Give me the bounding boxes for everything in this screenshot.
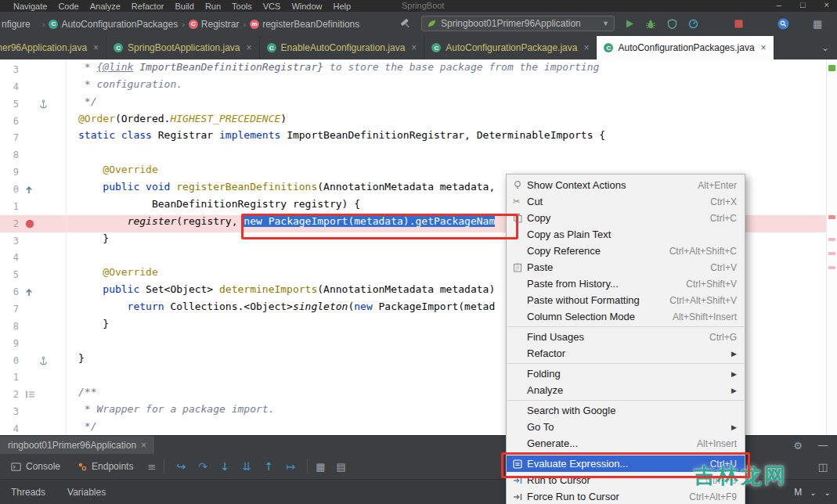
hide-panel-icon[interactable]: — <box>818 440 828 451</box>
menu-item-refactor[interactable]: Refactor▶ <box>507 345 745 362</box>
line-number[interactable]: 3 <box>0 61 19 78</box>
menu-item-copy-as-plain-text[interactable]: Copy as Plain Text <box>507 226 745 243</box>
tab-variables[interactable]: Variables <box>56 480 117 504</box>
menubar-item-build[interactable]: Build <box>169 2 199 11</box>
close-icon[interactable]: × <box>411 42 417 53</box>
tab-overflow-chevron-icon[interactable]: ⌄ <box>814 36 837 59</box>
breakpoint-icon[interactable] <box>25 215 34 232</box>
breadcrumb-item[interactable]: nfigure <box>2 19 31 30</box>
menu-item-copy-reference[interactable]: Copy ReferenceCtrl+Alt+Shift+C <box>507 243 745 259</box>
menu-hamburger-icon[interactable]: ≡ <box>133 461 156 473</box>
line-number[interactable]: 0 <box>0 181 19 198</box>
menubar-item-navigate[interactable]: Navigate <box>8 2 52 11</box>
search-everywhere-icon[interactable] <box>777 18 789 30</box>
editor-scrollbar[interactable] <box>826 59 837 435</box>
code-line[interactable]: * configuration. <box>66 78 827 95</box>
run-configuration-select[interactable]: Springboot01Primer96Application ▼ <box>421 16 615 31</box>
menu-item-paste[interactable]: PasteCtrl+V <box>507 259 745 275</box>
step-over-icon[interactable]: ↷ <box>194 460 211 473</box>
editor-tab[interactable]: CAutoConfigurationPackages.java× <box>597 36 774 59</box>
menubar-item-refactor[interactable]: Refactor <box>126 2 170 11</box>
chevron-down-icon[interactable]: ⌄ <box>824 488 831 497</box>
editor-tab[interactable]: CEnableAutoConfiguration.java× <box>260 36 425 59</box>
menu-item-column-selection-mode[interactable]: Column Selection ModeAlt+Shift+Insert <box>507 308 745 325</box>
breadcrumb-item[interactable]: CAutoConfigurationPackages <box>49 19 178 30</box>
code-line[interactable]: * {@link ImportBeanDefinitionRegistrar} … <box>66 61 827 78</box>
close-icon[interactable]: × <box>824 0 829 9</box>
editor-tab[interactable]: CSpringBootApplication.java× <box>106 36 259 59</box>
menu-item-cut[interactable]: ✂CutCtrl+X <box>507 193 745 210</box>
close-icon[interactable]: × <box>761 42 767 53</box>
menu-item-paste-from-history[interactable]: Paste from History...Ctrl+Shift+V <box>507 275 745 292</box>
maven-button[interactable]: M <box>794 487 802 498</box>
menu-item-search-with-google[interactable]: Search with Google <box>507 402 745 419</box>
line-number[interactable]: 5 <box>0 266 19 283</box>
maximize-icon[interactable]: □ <box>800 0 806 9</box>
line-number[interactable]: 6 <box>0 283 19 301</box>
line-number[interactable]: 1 <box>0 198 19 215</box>
debug-session-tab[interactable]: ringboot01Primer96Application × <box>0 436 154 455</box>
build-hammer-icon[interactable] <box>399 17 412 30</box>
line-number[interactable]: 5 <box>0 95 19 113</box>
line-number[interactable]: 1 <box>0 369 19 386</box>
close-icon[interactable]: × <box>141 440 146 451</box>
menu-item-paste-without-formatting[interactable]: Paste without FormattingCtrl+Alt+Shift+V <box>507 292 745 308</box>
close-icon[interactable]: × <box>583 42 589 53</box>
restore-layout-icon[interactable]: ◫ <box>818 461 828 473</box>
run-icon[interactable] <box>625 19 634 29</box>
menubar-item-tools[interactable]: Tools <box>226 2 258 11</box>
code-line[interactable] <box>66 146 827 164</box>
show-execution-point-icon[interactable]: ↪ <box>172 460 189 473</box>
view-options-icon[interactable]: ▤ <box>326 461 346 473</box>
editor-gutter[interactable]: 3456789012345678901234 <box>0 59 67 435</box>
run-to-cursor-icon[interactable]: ↦ <box>282 460 299 473</box>
editor-tab[interactable]: mer96Application.java× <box>0 36 106 59</box>
breadcrumb-item[interactable]: CRegistrar <box>189 19 240 30</box>
menubar-item-run[interactable]: Run <box>200 2 226 11</box>
code-line[interactable]: static class Registrar implements Import… <box>66 129 827 146</box>
profiler-icon[interactable] <box>688 19 698 29</box>
minimize-icon[interactable]: – <box>777 0 781 9</box>
code-line[interactable]: @Order(Ordered.HIGHEST_PRECEDENCE) <box>66 113 827 130</box>
layout-grid-icon[interactable]: ▦ <box>316 461 325 473</box>
line-number[interactable]: 4 <box>0 78 19 95</box>
line-number[interactable]: 9 <box>0 335 19 352</box>
menu-item-analyze[interactable]: Analyze▶ <box>507 382 745 398</box>
line-number[interactable]: 2 <box>0 386 19 403</box>
editor-tab[interactable]: CAutoConfigurationPackage.java× <box>424 36 597 59</box>
line-number[interactable]: 8 <box>0 146 19 164</box>
line-number[interactable]: 4 <box>0 420 19 435</box>
menubar-item-window[interactable]: Window <box>286 2 327 11</box>
step-into-icon[interactable]: ↓ <box>216 460 233 473</box>
breadcrumb-item[interactable]: mregisterBeanDefinitions <box>250 19 359 30</box>
menubar-item-vcs[interactable]: VCS <box>258 2 287 11</box>
menu-item-find-usages[interactable]: Find UsagesCtrl+G <box>507 329 745 345</box>
menubar-item-help[interactable]: Help <box>328 2 357 11</box>
menubar-item-analyze[interactable]: Analyze <box>85 2 126 11</box>
tab-threads[interactable]: Threads <box>0 480 56 504</box>
line-number[interactable]: 7 <box>0 301 19 318</box>
line-number[interactable]: 9 <box>0 164 19 181</box>
menubar-item-code[interactable]: Code <box>52 2 84 11</box>
line-number[interactable]: 6 <box>0 113 19 130</box>
stop-icon[interactable] <box>734 20 743 28</box>
endpoints-tab[interactable]: Endpoints <box>92 461 133 472</box>
menu-item-go-to[interactable]: Go To▶ <box>507 419 745 435</box>
menu-item-show-context-actions[interactable]: Show Context ActionsAlt+Enter <box>507 177 745 193</box>
layout-grid-icon[interactable]: ▦ <box>813 19 822 29</box>
close-icon[interactable]: × <box>247 42 252 53</box>
step-out-icon[interactable]: ↑ <box>260 460 277 473</box>
force-step-into-icon[interactable]: ⇊ <box>238 460 255 473</box>
gear-icon[interactable]: ⚙ <box>793 440 803 452</box>
menu-item-generate[interactable]: Generate...Alt+Insert <box>507 435 745 452</box>
console-tab[interactable]: Console <box>26 461 60 472</box>
close-icon[interactable]: × <box>93 42 99 53</box>
debug-icon[interactable] <box>645 19 656 29</box>
line-number[interactable]: 3 <box>0 403 19 420</box>
code-line[interactable]: */ <box>66 95 827 113</box>
line-number[interactable]: 4 <box>0 249 19 266</box>
line-number[interactable]: 7 <box>0 129 19 146</box>
chevron-down-icon[interactable]: ⌄ <box>810 488 816 497</box>
line-number[interactable]: 3 <box>0 232 19 250</box>
menu-item-copy[interactable]: CopyCtrl+C <box>507 210 745 226</box>
